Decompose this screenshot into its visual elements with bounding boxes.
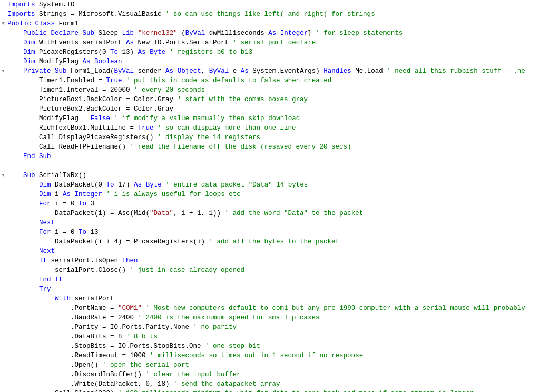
identifier-token: Strings = Microsoft.VisualBasic xyxy=(35,11,166,18)
identifier-token: } xyxy=(308,30,316,37)
keyword-token: As xyxy=(138,48,146,56)
identifier-token: serialPort.Close() xyxy=(55,267,130,274)
keyword-token: As xyxy=(126,39,134,46)
identifier-token: e xyxy=(229,67,241,75)
keyword-token: ByVal xyxy=(185,30,205,37)
keyword-token: Handles xyxy=(323,67,351,75)
comment-token: ' open the serial port xyxy=(102,361,189,369)
line-content: Timer1.Interval = 20000 ' every 20 secon… xyxy=(6,85,559,95)
string-token: "kernel32" xyxy=(138,30,178,37)
table-row: Call ReadFTPFilename() ' read the filena… xyxy=(0,142,559,152)
identifier-token: DataPacket(i) = Asc(Mid( xyxy=(55,210,150,217)
keyword-token: As xyxy=(134,181,142,189)
identifier-token xyxy=(165,48,170,56)
identifier-token xyxy=(31,20,35,27)
identifier-token: ( xyxy=(178,30,185,37)
collapse-marker[interactable]: ▼ xyxy=(0,66,6,76)
keyword-token: With xyxy=(55,295,71,302)
line-content: RichTextBox1.Multiline = True ' so can d… xyxy=(6,123,559,133)
table-row: End Sub xyxy=(0,152,559,161)
comment-token: ' entire data packet "Data"+14 bytes xyxy=(165,181,308,189)
line-content: .DataBits = 8 ' 8 bits xyxy=(6,332,559,341)
identifier-token xyxy=(142,181,146,189)
keyword-token: Public xyxy=(23,30,47,37)
table-row: .ReadTimeout = 1000 ' milliseconds so ti… xyxy=(0,351,559,360)
line-content: Call Sleep(300) ' 100 milliseconds minim… xyxy=(6,389,559,392)
identifier-token: , xyxy=(201,67,209,75)
identifier-token: PictureBox2.BackColor = Color.Gray xyxy=(39,105,173,113)
table-row: Timer1.Enabled = True ' put this in code… xyxy=(0,76,559,85)
line-content: Dim ModifyFlag As Boolean xyxy=(6,57,559,66)
identifier-token: .ReadTimeout = 1000 xyxy=(71,352,150,359)
line-content: Call ReadFTPFilename() ' read the filena… xyxy=(6,142,559,152)
table-row: Public Declare Sub Sleep Lib "kernel32" … xyxy=(0,28,559,38)
identifier-token xyxy=(51,276,55,283)
keyword-token: Imports xyxy=(7,1,35,8)
table-row: Dim WithEvents serialPort As New IO.Port… xyxy=(0,38,559,47)
table-row: serialPort.Close() ' just in case alread… xyxy=(0,266,559,275)
table-row: ▼ Private Sub Form1_Load(ByVal sender As… xyxy=(0,66,559,76)
comment-token: ' 100 milliseconds minimum to wait for d… xyxy=(118,390,474,392)
identifier-token: DataPacket(i + 4) = PicaxeRegisters(i) xyxy=(55,238,209,246)
keyword-token: End xyxy=(23,153,35,160)
line-content: Try xyxy=(6,285,559,294)
table-row: .Open() ' open the serial port xyxy=(0,360,559,370)
identifier-token xyxy=(71,191,75,198)
keyword-token: Byte xyxy=(146,181,162,189)
line-content: Timer1.Enabled = True ' put this in code… xyxy=(6,76,559,85)
identifier-token xyxy=(102,191,106,198)
identifier-token xyxy=(173,67,178,75)
keyword-token: To xyxy=(79,200,86,208)
table-row: Imports System.IO xyxy=(0,0,559,9)
identifier-token: 3 xyxy=(86,200,94,208)
keyword-token: True xyxy=(106,77,122,84)
line-content: PictureBox1.BackColor = Color.Gray ' sta… xyxy=(6,95,559,104)
keyword-token: As xyxy=(241,67,249,75)
identifier-token: .Parity = IO.Ports.Parity.None xyxy=(71,324,193,331)
comment-token: ' display the 14 registers xyxy=(158,134,260,141)
line-content: Call DisplayPicaxeRegisters() ' display … xyxy=(6,133,559,142)
identifier-token: 17) xyxy=(114,181,134,189)
line-content: Dim PicaxeRegisters(0 To 13) As Byte ' r… xyxy=(6,47,559,57)
identifier-token xyxy=(47,30,51,37)
line-content: For i = 0 To 3 xyxy=(6,199,559,209)
line-content: Public Declare Sub Sleep Lib "kernel32" … xyxy=(6,28,559,38)
keyword-token: Lib xyxy=(122,30,134,37)
line-content: Dim i As Integer ' i is always useful fo… xyxy=(6,190,559,199)
collapse-marker[interactable]: ▼ xyxy=(0,171,6,180)
comment-token: ' no parity xyxy=(193,324,237,331)
comment-token: ' one stop bit xyxy=(205,342,260,350)
line-content: With serialPort xyxy=(6,294,559,303)
line-content: End If xyxy=(6,275,559,285)
line-content: ModifyFlag = False ' if modify a value m… xyxy=(6,114,559,123)
keyword-token: Public xyxy=(7,20,31,27)
identifier-token: Form1_Load( xyxy=(67,67,114,75)
comment-token: ' registers b0 to b13 xyxy=(170,48,253,56)
table-row: DataPacket(i) = Asc(Mid("Data", i + 1, 1… xyxy=(0,209,559,218)
line-content: serialPort.Close() ' just in case alread… xyxy=(6,266,559,275)
identifier-token: Timer1.Interval = 20000 xyxy=(39,86,134,94)
comment-token: ' put this in code as defaults to false … xyxy=(126,77,331,84)
collapse-marker[interactable]: ▼ xyxy=(0,19,6,28)
comment-token: ' 8 bits xyxy=(126,333,158,340)
keyword-token: If xyxy=(39,257,47,264)
keyword-token: Object xyxy=(178,67,201,75)
line-content: Public Class Form1 xyxy=(6,19,559,28)
table-row: DataPacket(i + 4) = PicaxeRegisters(i) '… xyxy=(0,237,559,247)
keyword-token: Declare xyxy=(51,30,79,37)
keyword-token: Dim xyxy=(39,191,51,198)
identifier-token xyxy=(142,305,146,312)
table-row xyxy=(0,161,559,171)
identifier-token xyxy=(91,58,95,65)
table-row: If serialPort.IsOpen Then xyxy=(0,256,559,266)
identifier-token: .PortName = xyxy=(71,305,118,312)
keyword-token: Integer xyxy=(75,191,103,198)
table-row: With serialPort xyxy=(0,294,559,303)
table-row: Imports Strings = Microsoft.VisualBasic … xyxy=(0,9,559,19)
keyword-token: Next xyxy=(39,219,55,227)
table-row: .StopBits = IO.Ports.StopBits.One ' one … xyxy=(0,341,559,351)
line-content: Next xyxy=(6,247,559,256)
identifier-token xyxy=(146,48,150,56)
identifier-token: RichTextBox1.Multiline = xyxy=(39,124,138,132)
identifier-token: PictureBox1.BackColor = Color.Gray xyxy=(39,96,178,103)
